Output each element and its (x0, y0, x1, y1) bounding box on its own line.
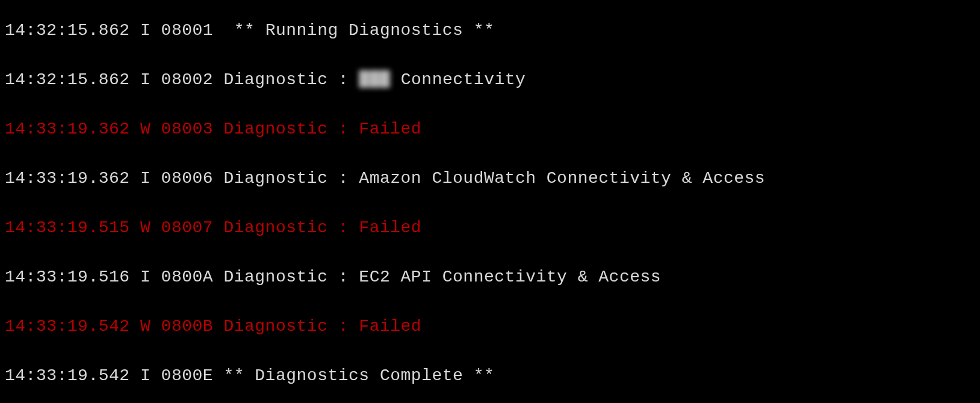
terminal-output: 14:32:15.862 I 08001 ** Running Diagnost… (0, 0, 980, 403)
log-line: 14:33:19.362 W 08003 Diagnostic : Failed (5, 119, 975, 168)
log-code: 08002 (161, 70, 214, 89)
log-level: W (140, 120, 150, 138)
log-time: 14:33:19.542 (5, 317, 130, 336)
log-line: 14:33:19.362 I 08006 Diagnostic : Amazon… (5, 168, 975, 218)
log-level: W (140, 218, 150, 237)
log-code: 08003 (161, 120, 214, 138)
log-level: I (140, 169, 150, 188)
log-time: 14:33:19.516 (5, 268, 130, 286)
log-line: 14:33:19.516 I 0800A Diagnostic : EC2 AP… (5, 267, 975, 316)
log-level: W (140, 317, 150, 336)
log-time: 14:32:15.862 (5, 70, 130, 89)
log-code: 08001 (161, 21, 214, 40)
log-line: 14:33:19.542 W 0800B Diagnostic : Failed (5, 316, 975, 366)
log-level: I (140, 268, 150, 286)
log-level: I (140, 70, 150, 89)
log-msg: Diagnostic : Failed (223, 317, 421, 336)
log-code: 0800A (161, 268, 214, 286)
log-line: 14:32:15.862 I 08002 Diagnostic : ███ Co… (5, 70, 975, 119)
log-time: 14:33:19.362 (5, 120, 130, 138)
log-time: 14:33:19.362 (5, 169, 130, 188)
log-msg: Diagnostic : Amazon CloudWatch Connectiv… (223, 169, 765, 188)
log-code: 0800B (161, 317, 214, 336)
log-msg-suffix: Connectivity (390, 70, 526, 89)
log-time: 14:33:19.542 (5, 366, 130, 385)
log-time: 14:33:19.515 (5, 218, 130, 237)
log-msg: ** Running Diagnostics ** (234, 21, 495, 40)
log-msg: Diagnostic : EC2 API Connectivity & Acce… (223, 268, 661, 286)
log-line: 14:33:19.542 I 0800E ** Diagnostics Comp… (5, 366, 975, 403)
log-msg: Diagnostic : Failed (223, 120, 421, 138)
log-msg-prefix: Diagnostic : (223, 70, 359, 89)
log-msg: ** Diagnostics Complete ** (223, 366, 494, 385)
log-time: 14:32:15.862 (5, 21, 130, 40)
log-sep (223, 21, 234, 40)
log-level: I (140, 21, 150, 40)
log-code: 0800E (161, 366, 214, 385)
redacted-text: ███ (359, 70, 390, 90)
log-code: 08007 (161, 218, 214, 237)
log-level: I (140, 366, 150, 385)
log-msg: Diagnostic : Failed (223, 218, 421, 237)
log-line: 14:32:15.862 I 08001 ** Running Diagnost… (5, 20, 975, 70)
log-line: 14:33:19.515 W 08007 Diagnostic : Failed (5, 218, 975, 267)
log-code: 08006 (161, 169, 214, 188)
